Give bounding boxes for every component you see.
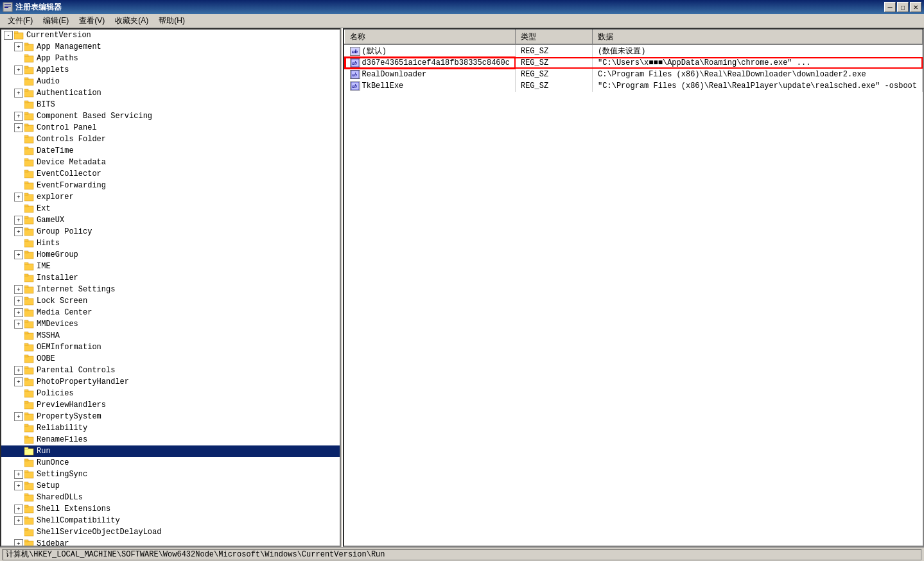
tree-item-internet-settings[interactable]: + Internet Settings [1, 284, 340, 295]
expand-btn-explorer[interactable]: + [14, 193, 23, 202]
svg-rect-70 [24, 414, 33, 420]
expand-btn-parental-controls[interactable]: + [14, 366, 23, 375]
expand-btn-media-center[interactable]: + [14, 308, 23, 317]
tree-item-bits[interactable]: BITS [1, 99, 340, 110]
tree-item-homegroup[interactable]: + HomeGroup [1, 249, 340, 261]
menu-edit[interactable]: 编辑(E) [38, 14, 74, 28]
label-oeminfo: OEMInformation [37, 343, 101, 352]
tree-item-run[interactable]: Run [1, 445, 340, 457]
tree-item-gameux[interactable]: + GameUX [1, 214, 340, 226]
tree-item-oobe[interactable]: OOBE [1, 353, 340, 365]
tree-item-policies[interactable]: Policies [1, 388, 340, 399]
menu-file[interactable]: 文件(F) [3, 14, 38, 28]
expand-btn-cbs[interactable]: + [14, 112, 23, 121]
tree-item-device-metadata[interactable]: Device Metadata [1, 157, 340, 168]
tree-item-runonce[interactable]: RunOnce [1, 457, 340, 469]
expand-btn-property-system[interactable]: + [14, 412, 23, 421]
tree-item-shell-service-object-delay-load[interactable]: ShellServiceObjectDelayLoad [1, 526, 340, 538]
tree-panel[interactable]: - CurrentVersion + App Management App Pa… [0, 28, 340, 547]
expand-btn-setup[interactable]: + [14, 481, 23, 490]
tree-item-explorer[interactable]: + explorer [1, 191, 340, 203]
table-row[interactable]: ab RealDownloader REG_SZ C:\Program File… [345, 69, 923, 80]
expand-btn-app-management[interactable]: + [14, 42, 23, 51]
tree-item-shared-dlls[interactable]: SharedDLLs [1, 492, 340, 503]
tree-item-reliability[interactable]: Reliability [1, 422, 340, 434]
folder-icon-event-forwarding [24, 181, 35, 190]
label-setting-sync: SettingSync [37, 470, 87, 479]
tree-item-control-panel[interactable]: + Control Panel [1, 122, 340, 134]
svg-rect-39 [24, 228, 28, 230]
tree-item-shell-compatibility[interactable]: + ShellCompatibility [1, 515, 340, 526]
tree-item-group-policy[interactable]: + Group Policy [1, 226, 340, 237]
tree-item-oeminfo[interactable]: OEMInformation [1, 341, 340, 353]
table-scroll-area[interactable]: 名称 类型 数据 ab (默认) REG_SZ [344, 30, 923, 546]
tree-item-event-forwarding[interactable]: EventForwarding [1, 180, 340, 191]
tree-item-rename-files[interactable]: RenameFiles [1, 434, 340, 445]
expand-btn-group-policy[interactable]: + [14, 227, 23, 236]
label-setup: Setup [37, 481, 60, 490]
svg-rect-14 [24, 91, 33, 97]
svg-rect-48 [24, 287, 33, 293]
tree-item-lock-screen[interactable]: + Lock Screen [1, 295, 340, 307]
svg-rect-31 [24, 182, 28, 184]
svg-rect-12 [24, 79, 33, 85]
label-shell-service-object-delay-load: ShellServiceObjectDelayLoad [37, 528, 161, 537]
tree-item-ext[interactable]: Ext [1, 203, 340, 214]
tree-item-datetime[interactable]: DateTime [1, 145, 340, 157]
tree-item-setup[interactable]: + Setup [1, 480, 340, 492]
tree-item-sidebar[interactable]: + Sidebar [1, 538, 340, 547]
folder-icon-event-collector [24, 169, 35, 178]
expand-btn-control-panel[interactable]: + [14, 123, 23, 132]
menu-view[interactable]: 查看(V) [74, 14, 110, 28]
tree-item-mmdevices[interactable]: + MMDevices [1, 318, 340, 330]
maximize-button[interactable]: □ [897, 2, 909, 12]
col-header-name[interactable]: 名称 [345, 30, 516, 45]
expand-btn-authentication[interactable]: + [14, 89, 23, 98]
label-ime: IME [37, 262, 51, 271]
tree-root[interactable]: - CurrentVersion [1, 30, 340, 41]
tree-item-shell-extensions[interactable]: + Shell Extensions [1, 503, 340, 515]
menu-help[interactable]: 帮助(H) [153, 14, 190, 28]
expand-btn-shell-extensions[interactable]: + [14, 505, 23, 514]
tree-item-ime[interactable]: IME [1, 261, 340, 272]
tree-item-setting-sync[interactable]: + SettingSync [1, 469, 340, 480]
col-header-type[interactable]: 类型 [515, 30, 592, 45]
close-button[interactable]: ✕ [910, 2, 921, 12]
expand-btn-mmdevices[interactable]: + [14, 320, 23, 329]
tree-item-preview-handlers[interactable]: PreviewHandlers [1, 399, 340, 411]
tree-item-applets[interactable]: + Applets [1, 64, 340, 76]
col-header-data[interactable]: 数据 [593, 30, 923, 45]
tree-item-installer[interactable]: Installer [1, 272, 340, 284]
expand-btn-shell-compatibility[interactable]: + [14, 516, 23, 525]
tree-item-photo-property-handler[interactable]: + PhotoPropertyHandler [1, 376, 340, 388]
tree-item-hints[interactable]: Hints [1, 237, 340, 249]
table-row[interactable]: ab TkBellExe REG_SZ "C:\Program Files (x… [345, 80, 923, 92]
root-expand-btn[interactable]: - [4, 31, 13, 40]
svg-rect-33 [24, 193, 28, 195]
tree-item-property-system[interactable]: + PropertySystem [1, 411, 340, 422]
expand-btn-internet-settings[interactable]: + [14, 285, 23, 294]
tree-item-audio[interactable]: Audio [1, 76, 340, 87]
tree-item-component-based-servicing[interactable]: + Component Based Servicing [1, 110, 340, 122]
tree-item-app-paths[interactable]: App Paths [1, 53, 340, 64]
tree-item-controls-folder[interactable]: Controls Folder [1, 134, 340, 145]
expand-btn-gameux[interactable]: + [14, 216, 23, 225]
tree-item-media-center[interactable]: + Media Center [1, 307, 340, 318]
minimize-button[interactable]: ─ [884, 2, 896, 12]
folder-icon-device-metadata [24, 158, 35, 167]
window-title: 注册表编辑器 [15, 2, 62, 13]
tree-item-mssha[interactable]: MSSHA [1, 330, 340, 341]
expand-btn-sidebar[interactable]: + [14, 539, 23, 547]
expand-btn-homegroup[interactable]: + [14, 250, 23, 259]
table-row[interactable]: ab (默认) REG_SZ (数值未设置) [345, 44, 923, 57]
table-row[interactable]: ab d367e43651a1cef4a18fb38335c8460c REG_… [345, 57, 923, 69]
expand-btn-photo-property-handler[interactable]: + [14, 377, 23, 386]
expand-btn-applets[interactable]: + [14, 65, 23, 74]
menu-favorites[interactable]: 收藏夹(A) [110, 14, 153, 28]
tree-item-event-collector[interactable]: EventCollector [1, 168, 340, 180]
expand-btn-lock-screen[interactable]: + [14, 297, 23, 306]
expand-btn-setting-sync[interactable]: + [14, 470, 23, 479]
tree-item-app-management[interactable]: + App Management [1, 41, 340, 53]
tree-item-authentication[interactable]: + Authentication [1, 87, 340, 99]
tree-item-parental-controls[interactable]: + Parental Controls [1, 365, 340, 376]
